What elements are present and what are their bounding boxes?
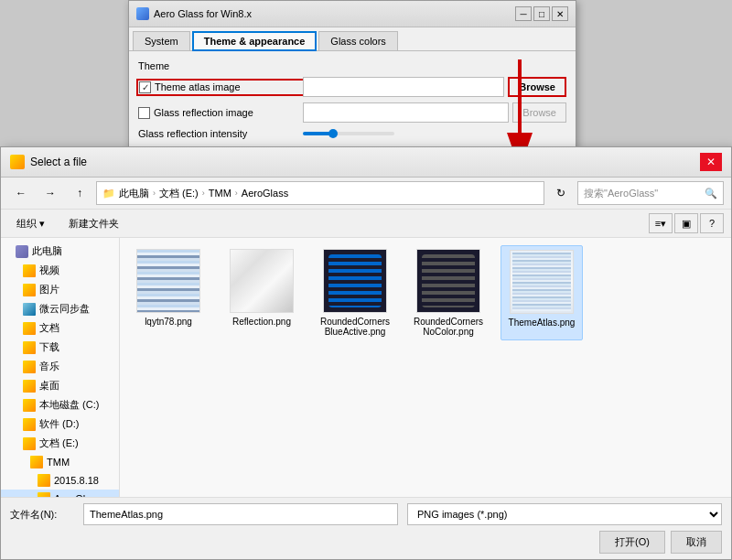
theme-atlas-input[interactable]: [303, 77, 504, 97]
sidebar-item-music[interactable]: 音乐: [1, 357, 119, 376]
sidebar-label-downloads: 下载: [39, 340, 59, 354]
sidebar-label-desktop: 桌面: [39, 379, 59, 393]
address-sep-1: ›: [202, 188, 205, 198]
address-breadcrumb-0[interactable]: 此电脑: [119, 187, 149, 200]
aero-glass-title: Aero Glass for Win8.x: [154, 8, 252, 19]
action-row: 打开(O) 取消: [10, 531, 722, 554]
sidebar-item-tmm[interactable]: TMM: [1, 453, 119, 471]
minimize-button[interactable]: ─: [515, 6, 532, 21]
sidebar-item-cloud[interactable]: 微云同步盘: [1, 299, 119, 318]
sidebar-item-drive-d[interactable]: 软件 (D:): [1, 415, 119, 434]
glass-reflection-checkbox-label[interactable]: Glass reflection image: [138, 107, 303, 119]
sidebar-item-downloads[interactable]: 下载: [1, 338, 119, 357]
address-breadcrumb-3[interactable]: AeroGlass: [242, 188, 288, 199]
filetype-select[interactable]: PNG images (*.png): [407, 503, 722, 525]
sidebar-item-pictures[interactable]: 图片: [1, 280, 119, 299]
sidebar: 此电脑 视频 图片 微云同步盘 文档 下载: [1, 238, 120, 497]
view-buttons: ≡▾ ▣ ?: [649, 213, 724, 233]
file-item-rounded-nocolor[interactable]: RoundedCornersNoColor.png: [407, 245, 490, 340]
folder-icon-pictures: [23, 284, 36, 296]
preview-toggle-button[interactable]: ▣: [674, 213, 698, 233]
sidebar-item-documents[interactable]: 文档: [1, 318, 119, 338]
theme-atlas-row: Theme atlas image Browse: [138, 77, 566, 97]
file-label-themeatlas: ThemeAtlas.png: [509, 318, 576, 328]
file-dialog-close-button[interactable]: ✕: [700, 153, 722, 171]
glass-intensity-row: Glass reflection intensity: [138, 128, 566, 139]
maximize-button[interactable]: □: [533, 6, 550, 21]
computer-icon: [16, 245, 28, 258]
glass-intensity-label: Glass reflection intensity: [138, 128, 303, 139]
tab-system[interactable]: System: [133, 31, 190, 50]
glass-reflection-input[interactable]: [303, 102, 509, 123]
sidebar-label-tmm: TMM: [47, 457, 70, 468]
tab-theme-appearance[interactable]: Theme & appearance: [192, 31, 318, 51]
file-dialog-titlebar: Select a file ✕: [1, 147, 731, 178]
theme-section-label: Theme: [138, 60, 566, 71]
sidebar-item-drive-e[interactable]: 文档 (E:): [1, 434, 119, 453]
cancel-button[interactable]: 取消: [671, 531, 722, 554]
back-button[interactable]: ←: [8, 182, 34, 204]
folder-icon-video: [23, 264, 36, 277]
glass-intensity-slider[interactable]: [303, 132, 394, 135]
folder-icon-2015: [38, 474, 50, 487]
folder-icon-tmm: [30, 456, 43, 468]
file-label-rounded-blue: RoundedCornersBlueActive.png: [318, 317, 393, 337]
sidebar-item-desktop[interactable]: 桌面: [1, 376, 119, 395]
bottom-bar: 文件名(N): PNG images (*.png) 打开(O) 取消: [1, 497, 731, 559]
folder-icon-music: [23, 361, 36, 373]
folder-icon-drive-d: [23, 418, 36, 431]
file-content: lqytn78.png Reflection.png RoundedCorner…: [120, 238, 731, 497]
sidebar-label-drive-c: 本地磁盘 (C:): [39, 398, 99, 412]
address-part-0: 📁: [102, 188, 115, 199]
filename-label: 文件名(N):: [10, 508, 83, 522]
file-item-rounded-blue[interactable]: RoundedCornersBlueActive.png: [314, 245, 396, 340]
sidebar-label-drive-d: 软件 (D:): [39, 417, 79, 431]
main-content: 此电脑 视频 图片 微云同步盘 文档 下载: [1, 238, 731, 497]
folder-icon-drive-e: [23, 437, 36, 450]
secondary-toolbar: 组织 ▾ 新建文件夹 ≡▾ ▣ ?: [1, 210, 731, 238]
new-folder-button[interactable]: 新建文件夹: [60, 214, 127, 233]
sidebar-label-drive-e: 文档 (E:): [39, 436, 79, 450]
refresh-button[interactable]: ↻: [548, 182, 574, 204]
theme-atlas-checkbox-label[interactable]: Theme atlas image: [138, 81, 303, 94]
theme-atlas-browse-button[interactable]: Browse: [508, 77, 566, 97]
file-item-lqytn78[interactable]: lqytn78.png: [127, 245, 210, 340]
folder-icon-drive-c: [23, 399, 36, 412]
glass-reflection-browse-button[interactable]: Browse: [512, 102, 566, 123]
file-item-reflection[interactable]: Reflection.png: [221, 245, 303, 340]
file-label-lqytn78: lqytn78.png: [145, 317, 192, 327]
file-thumb-lqytn78: [136, 249, 200, 313]
glass-reflection-checkbox[interactable]: [138, 107, 150, 119]
sidebar-item-computer[interactable]: 此电脑: [1, 242, 119, 261]
open-button[interactable]: 打开(O): [599, 531, 665, 554]
address-breadcrumb-1[interactable]: 文档 (E:): [159, 187, 199, 200]
tab-glass-colors[interactable]: Glass colors: [318, 31, 398, 50]
folder-icon-documents: [23, 322, 36, 335]
sidebar-label-2015: 2015.8.18: [54, 475, 99, 486]
sidebar-item-2015[interactable]: 2015.8.18: [1, 471, 119, 490]
aero-glass-titlebar: Aero Glass for Win8.x ─ □ ✕: [129, 1, 576, 27]
theme-atlas-checkbox[interactable]: [139, 81, 151, 93]
file-thumb-themeatlas: [510, 250, 574, 314]
sidebar-item-drive-c[interactable]: 本地磁盘 (C:): [1, 395, 119, 415]
sidebar-item-aeroglass[interactable]: AeroGlass: [1, 490, 119, 497]
filename-row: 文件名(N): PNG images (*.png): [10, 503, 722, 525]
file-thumb-reflection: [230, 249, 294, 313]
bg-dialog-body: Theme Theme atlas image Browse Glass ref…: [129, 51, 576, 148]
organize-button[interactable]: 组织 ▾: [8, 214, 53, 233]
file-label-rounded-nocolor: RoundedCornersNoColor.png: [411, 317, 486, 337]
up-button[interactable]: ↑: [67, 182, 92, 204]
view-toggle-button[interactable]: ≡▾: [649, 213, 673, 233]
sidebar-label-computer: 此电脑: [32, 244, 62, 258]
address-bar[interactable]: 📁 此电脑 › 文档 (E:) › TMM › AeroGlass: [96, 181, 544, 205]
filename-input[interactable]: [83, 503, 398, 525]
sidebar-item-video[interactable]: 视频: [1, 261, 119, 280]
close-button[interactable]: ✕: [552, 6, 568, 21]
search-icon: 🔍: [705, 188, 717, 199]
address-breadcrumb-2[interactable]: TMM: [209, 188, 231, 199]
search-box[interactable]: 搜索"AeroGlass" 🔍: [577, 181, 724, 205]
forward-button[interactable]: →: [38, 182, 63, 204]
file-item-themeatlas[interactable]: ThemeAtlas.png: [501, 245, 583, 340]
help-button[interactable]: ?: [700, 213, 724, 233]
glass-reflection-row: Glass reflection image Browse: [138, 102, 566, 123]
